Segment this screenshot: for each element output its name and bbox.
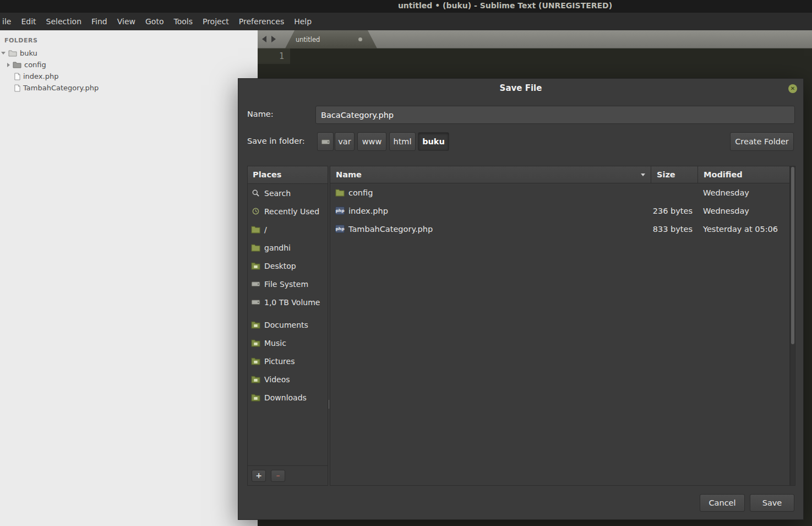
screen: untitled • (buku) - Sublime Text (UNREGI… xyxy=(0,0,812,526)
pictures-folder-icon xyxy=(251,357,260,365)
menu-item-preferences[interactable]: Preferences xyxy=(234,13,289,30)
sidebar-item-label: config xyxy=(24,61,46,69)
places-item-file-system[interactable]: File System xyxy=(248,275,328,293)
tab-scroll-left-icon[interactable] xyxy=(262,36,266,42)
file-modified: Wednesday xyxy=(698,188,789,197)
places-item-label: Search xyxy=(264,189,291,198)
places-item-label: / xyxy=(264,225,267,234)
remove-bookmark-button[interactable] xyxy=(271,470,285,482)
php-file-icon: php xyxy=(335,225,345,233)
places-item-label: Documents xyxy=(264,321,308,329)
save-file-dialog: Save File Name: Save in folder: var www … xyxy=(238,78,804,520)
file-list: Name Size Modified config Wednesday php … xyxy=(330,166,790,486)
column-header-name[interactable]: Name xyxy=(330,166,651,183)
places-item-label: Recently Used xyxy=(264,207,319,216)
tab-untitled[interactable]: untitled xyxy=(285,30,377,48)
file-icon xyxy=(14,73,20,80)
cancel-button[interactable]: Cancel xyxy=(700,494,745,512)
vertical-scrollbar[interactable] xyxy=(790,166,795,486)
menu-item-help[interactable]: Help xyxy=(289,13,317,30)
folder-icon xyxy=(13,61,21,68)
places-item-label: Pictures xyxy=(264,357,295,366)
menu-item-view[interactable]: View xyxy=(112,13,140,30)
places-item-label: Music xyxy=(264,339,286,348)
menu-item-project[interactable]: Project xyxy=(198,13,234,30)
file-name-cell: config xyxy=(330,188,651,197)
places-item-downloads[interactable]: Downloads xyxy=(248,388,328,406)
drive-icon xyxy=(251,298,260,306)
sidebar-item-tambahcategory-php[interactable]: TambahCategory.php xyxy=(0,82,258,94)
folders-header: FOLDERS xyxy=(4,37,258,44)
places-header: Places xyxy=(248,166,328,184)
menu-item-edit[interactable]: Edit xyxy=(16,13,41,30)
disclosure-expanded-icon[interactable] xyxy=(1,52,6,55)
places-item-root[interactable]: / xyxy=(248,220,328,238)
line-number-gutter: 1 xyxy=(258,48,290,64)
videos-folder-icon xyxy=(251,375,260,383)
search-icon xyxy=(251,189,260,197)
path-button-html[interactable]: html xyxy=(389,132,416,151)
tab-scroll-arrows xyxy=(262,36,276,42)
menu-item-goto[interactable]: Goto xyxy=(140,13,168,30)
places-item-recently-used[interactable]: Recently Used xyxy=(248,202,328,220)
name-label: Name: xyxy=(247,110,274,118)
sidebar-item-config[interactable]: config xyxy=(0,59,258,71)
places-item-search[interactable]: Search xyxy=(248,184,328,202)
create-folder-button[interactable]: Create Folder xyxy=(730,132,794,151)
file-modified: Yesterday at 05:06 xyxy=(698,225,789,234)
sidebar-item-buku[interactable]: buku xyxy=(0,47,258,59)
places-item-documents[interactable]: Documents xyxy=(248,316,328,334)
sidebar: FOLDERS buku config index.php TambahCate… xyxy=(0,30,258,526)
line-number: 1 xyxy=(279,51,284,61)
file-row-index-php[interactable]: php index.php 236 bytes Wednesday xyxy=(330,202,789,220)
filename-input[interactable] xyxy=(315,106,795,124)
column-header-modified[interactable]: Modified xyxy=(698,166,789,183)
add-bookmark-button[interactable] xyxy=(252,470,266,482)
places-item-home-gandhi[interactable]: gandhi xyxy=(248,238,328,257)
file-modified: Wednesday xyxy=(698,207,789,215)
documents-folder-icon xyxy=(251,321,260,329)
path-root-drive-button[interactable] xyxy=(317,132,334,151)
music-folder-icon xyxy=(251,339,260,347)
file-size: 236 bytes xyxy=(651,207,698,215)
file-name: TambahCategory.php xyxy=(348,225,433,234)
places-item-pictures[interactable]: Pictures xyxy=(248,352,328,370)
menu-item-file[interactable]: ile xyxy=(1,13,16,30)
places-panel: Places Search Recently Used / gandhi Des… xyxy=(247,166,328,486)
folder-icon xyxy=(335,188,345,197)
sidebar-item-label: buku xyxy=(20,49,37,57)
window-title: untitled • (buku) - Sublime Text (UNREGI… xyxy=(398,1,612,10)
close-icon[interactable] xyxy=(788,84,797,93)
path-button-www[interactable]: www xyxy=(357,132,386,151)
places-item-label: Desktop xyxy=(264,262,296,270)
menu-item-tools[interactable]: Tools xyxy=(168,13,198,30)
file-name-cell: php TambahCategory.php xyxy=(330,225,651,234)
file-icon xyxy=(14,84,20,92)
drive-icon xyxy=(321,138,330,146)
scrollbar-thumb[interactable] xyxy=(791,167,794,344)
menu-item-find[interactable]: Find xyxy=(86,13,112,30)
path-button-buku[interactable]: buku xyxy=(418,132,449,151)
menu-item-selection[interactable]: Selection xyxy=(41,13,87,30)
places-item-desktop[interactable]: Desktop xyxy=(248,257,328,275)
sidebar-item-index-php[interactable]: index.php xyxy=(0,71,258,82)
disclosure-collapsed-icon[interactable] xyxy=(7,63,10,67)
places-item-label: 1,0 TB Volume xyxy=(264,298,320,307)
tab-scroll-right-icon[interactable] xyxy=(271,36,276,42)
places-item-volume[interactable]: 1,0 TB Volume xyxy=(248,293,328,311)
tab-bar: untitled xyxy=(258,30,812,48)
places-separator xyxy=(248,311,328,316)
sort-chevron-icon[interactable] xyxy=(641,173,645,176)
save-button[interactable]: Save xyxy=(750,494,794,512)
path-button-var[interactable]: var xyxy=(335,132,355,151)
menu-bar: ile Edit Selection Find View Goto Tools … xyxy=(0,13,812,30)
file-row-tambahcategory-php[interactable]: php TambahCategory.php 833 bytes Yesterd… xyxy=(330,220,789,238)
downloads-folder-icon xyxy=(251,393,260,402)
column-header-size[interactable]: Size xyxy=(651,166,698,183)
file-name: config xyxy=(348,188,373,197)
places-item-videos[interactable]: Videos xyxy=(248,370,328,388)
file-row-config[interactable]: config Wednesday xyxy=(330,183,789,202)
sidebar-item-label: TambahCategory.php xyxy=(23,84,99,92)
folder-icon xyxy=(8,50,17,57)
places-item-music[interactable]: Music xyxy=(248,334,328,352)
